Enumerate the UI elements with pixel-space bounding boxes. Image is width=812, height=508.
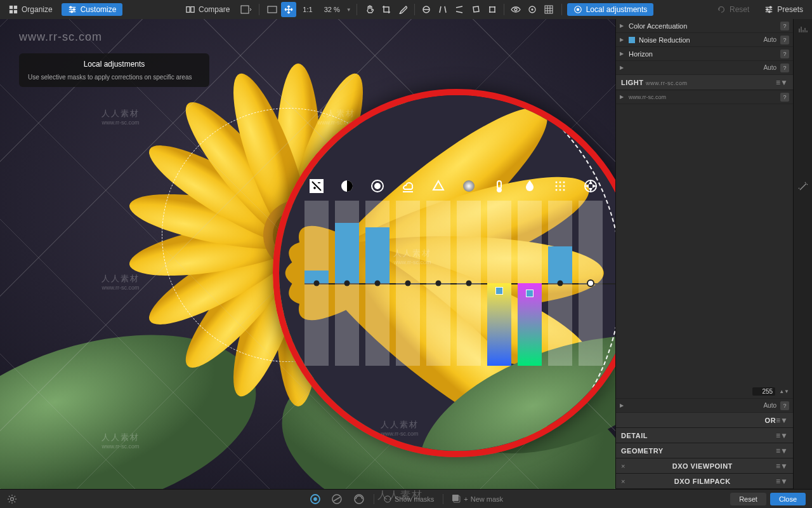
equalizer-bars[interactable] — [304, 201, 615, 366]
histogram-icon[interactable] — [797, 23, 809, 36]
eq-slot-micro[interactable] — [365, 201, 390, 366]
local-adjustments-button[interactable]: Local adjustments — [567, 3, 654, 16]
chevron-down-icon[interactable]: ▼ — [346, 7, 351, 13]
micro-contrast-icon[interactable] — [365, 178, 390, 194]
top-toolbar: Organize Customize Compare 1:1 32 % ▼ — [0, 0, 812, 19]
8point-tool[interactable] — [485, 2, 500, 17]
menu-icon[interactable]: ≡▼ — [776, 462, 788, 471]
organize-tab[interactable]: Organize — [3, 3, 59, 16]
rectangle-tool[interactable] — [468, 2, 483, 17]
presets-icon — [764, 5, 773, 14]
blur-icon[interactable] — [548, 178, 572, 194]
preview-tool[interactable] — [508, 2, 523, 17]
zoom-percent[interactable]: 32 % — [319, 4, 345, 15]
svg-rect-10 — [187, 7, 190, 13]
warmth-icon[interactable] — [487, 178, 511, 194]
clearview-icon[interactable] — [396, 178, 420, 194]
eyedropper-tool[interactable] — [395, 2, 410, 17]
panel-row-auto2[interactable]: ▶Auto? — [616, 399, 793, 413]
bottom-close-button[interactable]: Close — [770, 493, 806, 505]
perspective-h-tool[interactable] — [452, 2, 467, 17]
help-icon[interactable]: ? — [780, 64, 789, 72]
vibrancy-icon[interactable] — [426, 178, 450, 194]
panel-row-sub[interactable]: ▶www.rr-sc.com? — [616, 90, 793, 104]
section-filmpack[interactable]: ×DXO FILMPACK≡▼ — [616, 474, 793, 489]
svg-point-75 — [497, 188, 501, 192]
grid-tool[interactable] — [541, 2, 556, 17]
svg-point-78 — [563, 182, 565, 184]
section-geometry[interactable]: GEOMETRY≡▼ — [616, 443, 793, 458]
fit-button[interactable] — [265, 2, 280, 17]
graduated-tool[interactable] — [331, 493, 343, 505]
eq-slot-clearview[interactable] — [396, 201, 420, 366]
section-light[interactable]: LIGHT www.rr-sc.com≡▼ — [616, 75, 793, 90]
section-detail[interactable]: DETAIL≡▼ — [616, 428, 793, 443]
eq-slot-warmth[interactable] — [487, 201, 511, 366]
help-icon[interactable]: ? — [780, 50, 789, 58]
move-button[interactable] — [281, 2, 296, 17]
contrast-icon[interactable] — [335, 178, 359, 194]
panel-row-noise[interactable]: ▶Noise ReductionAuto? — [616, 33, 793, 47]
menu-icon[interactable]: ≡▼ — [776, 477, 788, 486]
bottom-reset-button[interactable]: Reset — [730, 493, 766, 505]
customize-tab[interactable]: Customize — [62, 3, 123, 16]
control-point-tool[interactable] — [309, 493, 322, 505]
close-icon[interactable]: × — [621, 462, 625, 470]
svg-point-86 — [11, 497, 14, 500]
panel-row-horizon[interactable]: ▶Horizon? — [616, 47, 793, 61]
section-viewpoint[interactable]: ×DXO VIEWPOINT≡▼ — [616, 458, 793, 474]
menu-icon[interactable]: ≡▼ — [776, 78, 788, 87]
crop-tool[interactable] — [379, 2, 394, 17]
brush-tool[interactable] — [352, 493, 365, 505]
section-or[interactable]: OR≡▼ — [616, 413, 793, 428]
menu-icon[interactable]: ≡▼ — [776, 446, 788, 455]
help-icon[interactable]: ? — [780, 36, 789, 44]
enabled-indicator[interactable] — [629, 37, 635, 43]
canvas-area[interactable]: www.rr-sc.com Local adjustments Use sele… — [0, 19, 615, 489]
presets-button[interactable]: Presets — [758, 3, 809, 16]
close-icon[interactable]: × — [621, 478, 625, 485]
show-masks-toggle[interactable]: Show masks — [383, 495, 434, 504]
eq-slot-contrast[interactable] — [335, 201, 359, 366]
eq-slot-vibrancy[interactable] — [426, 201, 450, 366]
compare-button[interactable]: Compare — [180, 3, 236, 16]
svg-point-83 — [560, 189, 561, 191]
svg-rect-3 — [14, 10, 17, 13]
svg-point-92 — [384, 496, 391, 502]
big-equalizer — [304, 178, 615, 366]
menu-icon[interactable]: ≡▼ — [776, 416, 788, 425]
help-icon[interactable]: ? — [780, 93, 789, 102]
perspective-v-tool[interactable] — [435, 2, 450, 17]
svg-point-81 — [563, 185, 565, 187]
svg-point-80 — [560, 185, 561, 187]
zoom-1to1[interactable]: 1:1 — [298, 4, 317, 15]
grid2-icon — [544, 5, 553, 14]
svg-line-90 — [334, 497, 340, 501]
settings-button[interactable] — [6, 493, 18, 505]
panel-value-255[interactable]: 255▲▼ — [616, 385, 793, 399]
wand-icon[interactable] — [797, 180, 809, 193]
saturation-icon[interactable] — [457, 178, 481, 194]
exposure-icon[interactable] — [304, 178, 329, 194]
sharpness-icon[interactable] — [579, 178, 603, 194]
panel-row-color-accent[interactable]: ▶Color Accentuation? — [616, 19, 793, 33]
tint-icon[interactable] — [518, 178, 542, 194]
eq-slot-blur[interactable] — [548, 201, 572, 366]
panel-row-auto[interactable]: ▶Auto? — [616, 61, 793, 75]
eq-slot-exposure[interactable] — [304, 201, 329, 366]
menu-icon[interactable]: ≡▼ — [776, 431, 788, 440]
eq-slot-tint[interactable] — [518, 201, 542, 366]
hand-tool[interactable] — [362, 2, 377, 17]
help-icon[interactable]: ? — [780, 401, 789, 410]
info-tool[interactable] — [525, 2, 540, 17]
eq-slot-saturation[interactable] — [457, 201, 481, 366]
eq-slot-sharpness[interactable] — [579, 201, 603, 366]
new-mask-button[interactable]: +New mask — [452, 495, 503, 504]
stepper-icon[interactable]: ▲▼ — [779, 389, 789, 394]
help-icon[interactable]: ? — [780, 22, 789, 30]
layout-dropdown[interactable] — [239, 2, 254, 17]
svg-point-29 — [770, 6, 772, 8]
reset-button[interactable]: Reset — [710, 3, 756, 16]
horizon-tool[interactable] — [419, 2, 434, 17]
triangle-icon: ▶ — [620, 23, 625, 29]
